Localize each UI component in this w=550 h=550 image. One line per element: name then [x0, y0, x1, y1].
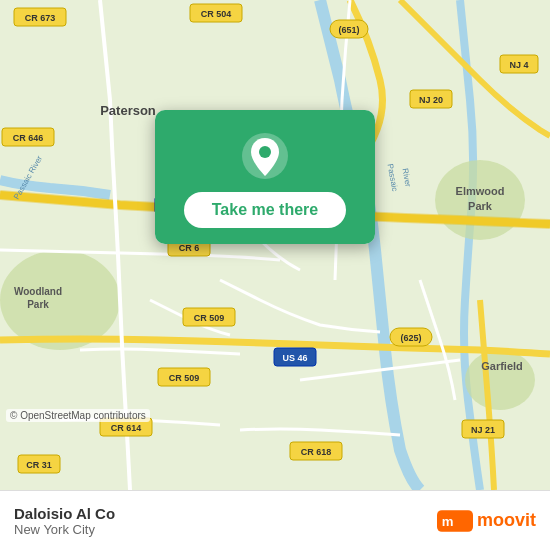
svg-text:CR 618: CR 618 [301, 447, 332, 457]
svg-text:CR 673: CR 673 [25, 13, 56, 23]
svg-text:Garfield: Garfield [481, 360, 523, 372]
svg-text:(651): (651) [338, 25, 359, 35]
svg-text:Park: Park [468, 200, 493, 212]
svg-text:NJ 21: NJ 21 [471, 425, 495, 435]
svg-point-3 [465, 350, 535, 410]
svg-text:CR 6: CR 6 [179, 243, 200, 253]
moovit-icon: m [437, 503, 473, 539]
svg-text:NJ 4: NJ 4 [509, 60, 528, 70]
svg-text:Elmwood: Elmwood [456, 185, 505, 197]
bottom-bar: Daloisio Al Co New York City m moovit [0, 490, 550, 550]
popup-card: Take me there [155, 110, 375, 244]
svg-text:CR 509: CR 509 [194, 313, 225, 323]
svg-text:CR 504: CR 504 [201, 9, 232, 19]
svg-text:US 46: US 46 [282, 353, 307, 363]
svg-text:NJ 20: NJ 20 [419, 95, 443, 105]
location-name: Daloisio Al Co [14, 505, 115, 522]
moovit-text: moovit [477, 510, 536, 531]
svg-text:CR 646: CR 646 [13, 133, 44, 143]
svg-text:CR 31: CR 31 [26, 460, 52, 470]
svg-point-1 [0, 250, 120, 350]
popup-green-area: Take me there [155, 110, 375, 244]
svg-text:Paterson: Paterson [100, 103, 156, 118]
svg-text:m: m [442, 513, 454, 528]
location-pin-icon [241, 132, 289, 180]
svg-text:CR 614: CR 614 [111, 423, 142, 433]
moovit-logo: m moovit [437, 503, 536, 539]
svg-text:(625): (625) [400, 333, 421, 343]
svg-text:Woodland: Woodland [14, 286, 62, 297]
take-me-there-button[interactable]: Take me there [184, 192, 346, 228]
map-attribution: © OpenStreetMap contributors [6, 409, 150, 422]
svg-text:Park: Park [27, 299, 49, 310]
location-info: Daloisio Al Co New York City [14, 505, 115, 537]
svg-point-46 [259, 146, 271, 158]
svg-text:CR 509: CR 509 [169, 373, 200, 383]
map-container: CR 673 CR 504 (651) NJ 4 CR 646 NJ 20 I … [0, 0, 550, 490]
location-city: New York City [14, 522, 115, 537]
